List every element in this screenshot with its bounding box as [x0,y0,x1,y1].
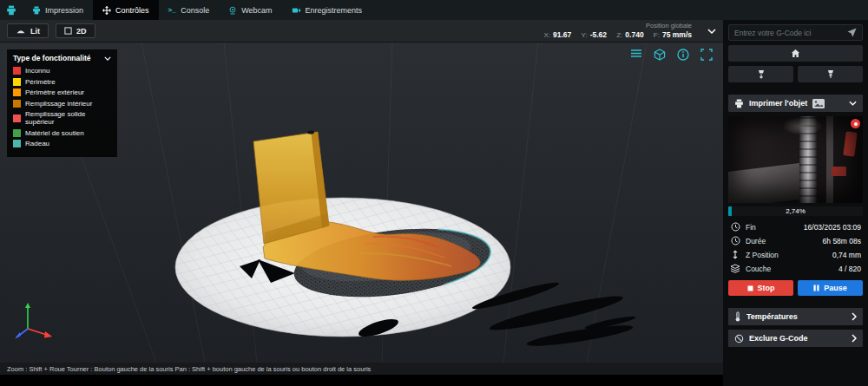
stat-label: Z Position [746,251,779,259]
stop-icon [747,285,753,291]
terminal-icon: >_ [168,6,177,14]
collapse-position-chevron[interactable] [707,29,716,34]
tab-label: Console [181,6,209,15]
recording-indicator-icon [851,119,860,128]
video-recordings-icon [292,6,301,15]
viewer-hint-bar: Zoom : Shift + Roue Tourner : Bouton gau… [0,363,723,375]
legend-collapse-chevron-icon[interactable] [104,56,111,61]
webcam-thumbnail[interactable] [728,116,863,203]
extrude-button[interactable] [728,66,793,82]
bed-icon [16,27,26,35]
legend-label: Radeau [25,140,49,147]
tab-webcam[interactable]: Webcam [219,0,281,20]
extruder-buttons-row [728,66,863,82]
retract-icon [825,69,836,80]
bed-button[interactable]: Lit [7,23,49,38]
scene-icon-bar [630,49,713,61]
z-label: Z: [616,31,622,39]
stop-button[interactable]: Stop [728,280,793,296]
legend-label: Périmètre [25,78,56,86]
global-position-block: Position globale X:91.67 Y:-5.62 Z:0.740… [536,22,692,39]
stat-value: 16/03/2025 03:09 [804,223,861,232]
exclude-gcode-title: Exclure G-Code [749,334,808,343]
stat-value: 4 / 820 [838,265,861,273]
app-logo[interactable] [0,0,23,20]
stat-label: Couche [746,265,771,273]
gcode-input-row [728,24,863,41]
gcode-3d-scene[interactable]: Type de fonctionnalité Inconnu Périmètre… [0,43,723,363]
tab-label: Enregistrements [306,6,363,15]
chevron-right-icon [852,334,857,343]
move-controls-icon [102,6,111,15]
info-button[interactable] [677,49,689,61]
tab-console[interactable]: >_ Console [159,0,220,20]
f-value: 75 mm/s [662,30,692,39]
stop-button-label: Stop [758,284,775,292]
legend-item: Inconnu [13,67,111,75]
home-button[interactable] [728,45,863,62]
model-view-button[interactable] [654,49,666,61]
bottom-black-bar [0,375,723,386]
print-panel-title: Imprimer l'objet [749,99,807,108]
legend-item: Radeau [13,140,111,147]
legend-item: Remplissage solide supérieur [13,110,111,126]
bed-button-label: Lit [30,27,40,36]
pause-button-label: Pause [824,284,847,292]
mode-2d-button[interactable]: 2D [56,23,95,38]
snapshot-image-icon[interactable] [812,99,825,108]
position-values: X:91.67 Y:-5.62 Z:0.740 F:75 mm/s [536,30,692,40]
x-label: X: [543,31,550,39]
f-label: F: [654,31,660,39]
print-panel-body: 2,74% Fin 16/03/2025 03:09 [728,116,863,296]
progress-label: 2,74% [728,206,863,216]
send-gcode-icon[interactable] [847,28,857,37]
x-value: 91.67 [553,30,571,39]
legend-swatch [13,100,21,108]
print-actions-row: Stop Pause [728,280,863,296]
retract-button[interactable] [798,66,863,82]
legend-swatch [13,88,21,96]
temperatures-title: Températures [746,312,798,321]
layers-icon [730,264,740,273]
print-progress-bar: 2,74% [728,206,863,216]
legend-label: Remplissage intérieur [25,100,92,108]
printer-icon [32,6,41,15]
fullscreen-button[interactable] [700,49,713,61]
y-value: -5.62 [590,30,607,39]
z-value: 0.740 [625,30,643,39]
thermometer-icon [734,311,741,322]
print-object-panel-header[interactable]: Imprimer l'objet [728,95,863,112]
layer-list-button[interactable] [630,49,642,61]
printer-logo-icon [6,5,16,16]
y-label: Y: [582,31,588,39]
pause-button[interactable]: Pause [798,280,863,296]
legend-item: Périmètre [13,78,111,86]
viewer-hint-text: Zoom : Shift + Roue Tourner : Bouton gau… [7,365,371,373]
tab-label: Contrôles [115,6,149,15]
clock-icon [731,236,740,245]
info-icon [677,49,689,61]
tab-controles[interactable]: Contrôles [93,0,159,20]
extrude-icon [756,69,766,80]
pause-icon [813,285,819,291]
exclude-gcode-panel-header[interactable]: Exclure G-Code [728,330,863,347]
stat-value: 6h 58m 08s [823,237,861,245]
stat-row-duree: Durée 6h 58m 08s [730,234,861,247]
square-2d-icon [64,27,72,35]
feature-type-legend: Type de fonctionnalité Inconnu Périmètre… [7,49,117,157]
tab-enregistrements[interactable]: Enregistrements [282,0,372,20]
legend-item: Remplissage intérieur [13,100,111,108]
legend-item: Matériel de soutien [13,129,111,137]
chevron-right-icon [852,312,857,321]
gcode-input[interactable] [734,29,844,37]
stat-row-couche: Couche 4 / 820 [730,262,861,275]
legend-swatch [13,114,21,122]
list-icon [630,49,642,59]
fullscreen-icon [700,49,713,61]
tab-impression[interactable]: Impression [23,0,93,20]
mode-2d-label: 2D [76,27,87,36]
stat-value: 0,74 mm [832,251,861,259]
temperatures-panel-header[interactable]: Températures [728,308,863,325]
tab-label: Webcam [241,6,272,15]
printer-icon [734,99,744,108]
